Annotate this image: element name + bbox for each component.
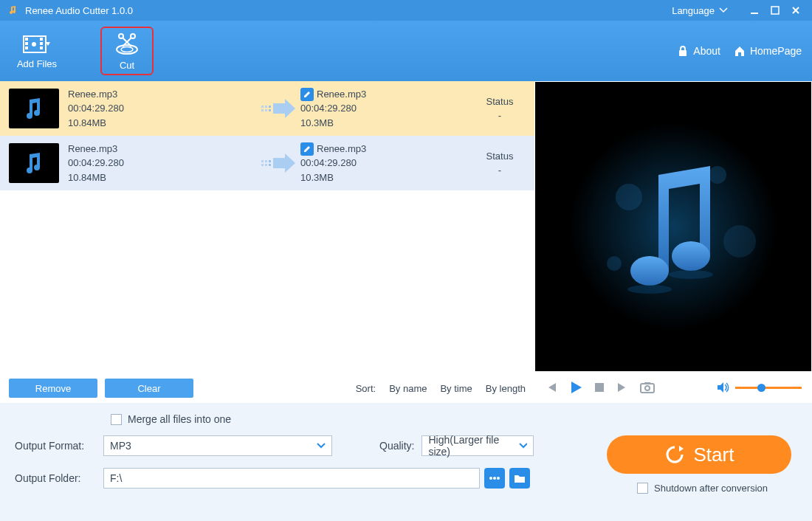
more-options-button[interactable] xyxy=(484,468,505,489)
file-panel: Renee.mp3 00:04:29.280 10.84MB Renee.mp3… xyxy=(0,81,534,403)
previous-button[interactable] xyxy=(545,381,558,394)
status-label: Status xyxy=(474,94,526,109)
svg-point-29 xyxy=(709,166,726,184)
output-folder-input[interactable] xyxy=(103,468,480,489)
app-title: Renee Audio Cutter 1.0.0 xyxy=(25,5,133,16)
svg-point-31 xyxy=(723,225,756,258)
chevron-down-icon xyxy=(519,443,527,449)
out-duration: 00:04:29.280 xyxy=(300,156,474,170)
snapshot-button[interactable] xyxy=(639,381,656,394)
svg-rect-1 xyxy=(771,7,779,14)
shutdown-checkbox[interactable] xyxy=(637,483,648,494)
file-size: 10.84MB xyxy=(68,170,256,185)
close-button[interactable] xyxy=(787,1,805,19)
svg-rect-17 xyxy=(261,109,264,111)
scissors-icon xyxy=(114,32,140,57)
file-thumbnail xyxy=(9,143,59,183)
merge-label: Merge all files into one xyxy=(128,413,231,425)
svg-point-30 xyxy=(607,256,622,271)
svg-rect-7 xyxy=(40,42,43,45)
svg-rect-26 xyxy=(269,164,271,166)
refresh-icon xyxy=(664,444,685,465)
lock-icon xyxy=(677,45,689,57)
file-row[interactable]: Renee.mp3 00:04:29.280 10.84MB Renee.mp3… xyxy=(0,136,534,190)
output-folder-label: Output Folder: xyxy=(15,472,103,484)
preview-panel xyxy=(534,81,812,403)
svg-rect-36 xyxy=(595,383,604,392)
svg-rect-39 xyxy=(644,382,650,384)
sort-label: Sort: xyxy=(356,383,376,394)
chevron-down-icon xyxy=(719,7,728,13)
browse-folder-button[interactable] xyxy=(509,468,530,489)
add-files-button[interactable]: Add Files xyxy=(10,27,63,75)
music-note-icon xyxy=(19,94,49,123)
svg-point-9 xyxy=(32,42,36,46)
svg-rect-37 xyxy=(641,384,654,393)
sort-by-time[interactable]: By time xyxy=(440,383,472,394)
sort-by-length[interactable]: By length xyxy=(486,383,526,394)
language-button[interactable]: Language xyxy=(672,5,728,16)
svg-point-32 xyxy=(630,256,669,286)
file-name: Renee.mp3 xyxy=(68,142,256,156)
music-note-icon xyxy=(570,123,777,330)
quality-label: Quality: xyxy=(379,440,414,452)
player-controls xyxy=(534,372,812,403)
svg-rect-3 xyxy=(25,38,28,41)
next-button[interactable] xyxy=(616,381,629,394)
out-file-name: Renee.mp3 xyxy=(317,142,366,156)
svg-rect-14 xyxy=(679,50,687,56)
svg-rect-16 xyxy=(265,106,267,108)
chevron-down-icon xyxy=(317,443,326,449)
svg-rect-8 xyxy=(40,46,43,49)
play-button[interactable] xyxy=(568,380,583,395)
svg-point-38 xyxy=(645,386,650,390)
dots-icon xyxy=(489,474,500,483)
stop-button[interactable] xyxy=(593,382,605,393)
status-value: - xyxy=(474,163,526,178)
svg-point-33 xyxy=(672,241,710,271)
file-row[interactable]: Renee.mp3 00:04:29.280 10.84MB Renee.mp3… xyxy=(0,81,534,136)
edit-icon[interactable] xyxy=(300,142,314,156)
folder-icon xyxy=(514,473,526,483)
out-duration: 00:04:29.280 xyxy=(300,101,474,116)
svg-point-40 xyxy=(489,477,492,480)
file-duration: 00:04:29.280 xyxy=(68,156,256,170)
volume-slider[interactable] xyxy=(735,387,802,389)
minimize-button[interactable] xyxy=(746,1,763,19)
music-note-icon xyxy=(19,148,49,178)
quality-select[interactable]: High(Larger file size) xyxy=(422,435,534,456)
arrow-icon xyxy=(256,97,300,120)
edit-icon[interactable] xyxy=(300,88,314,101)
homepage-link[interactable]: HomePage xyxy=(734,45,802,57)
svg-rect-20 xyxy=(269,109,271,111)
remove-button[interactable]: Remove xyxy=(9,379,97,398)
merge-checkbox[interactable] xyxy=(111,414,122,425)
output-format-select[interactable]: MP3 xyxy=(103,435,332,456)
svg-point-42 xyxy=(497,477,500,480)
maximize-button[interactable] xyxy=(766,1,784,19)
volume-icon[interactable] xyxy=(716,381,729,394)
start-button[interactable]: Start xyxy=(607,435,791,474)
svg-rect-24 xyxy=(265,164,267,166)
svg-rect-21 xyxy=(261,160,264,162)
home-icon xyxy=(734,45,746,57)
file-name: Renee.mp3 xyxy=(68,87,256,102)
svg-rect-23 xyxy=(261,164,264,166)
titlebar: Renee Audio Cutter 1.0.0 Language xyxy=(0,0,812,21)
about-link[interactable]: About xyxy=(677,45,720,57)
svg-rect-22 xyxy=(265,160,267,162)
svg-rect-15 xyxy=(261,106,264,108)
clear-button[interactable]: Clear xyxy=(105,379,193,398)
cut-button[interactable]: Cut xyxy=(100,27,154,75)
svg-point-13 xyxy=(121,46,133,52)
file-thumbnail xyxy=(9,89,59,128)
output-format-label: Output Format: xyxy=(15,440,103,452)
svg-rect-19 xyxy=(269,106,271,108)
file-duration: 00:04:29.280 xyxy=(68,101,256,116)
svg-rect-4 xyxy=(25,42,28,45)
bottom-panel: Merge all files into one Output Format: … xyxy=(0,403,812,521)
sort-by-name[interactable]: By name xyxy=(389,383,427,394)
toolbar: Add Files Cut About HomePage xyxy=(0,21,812,81)
shutdown-label: Shutdown after conversion xyxy=(654,483,768,494)
svg-rect-6 xyxy=(40,38,43,41)
